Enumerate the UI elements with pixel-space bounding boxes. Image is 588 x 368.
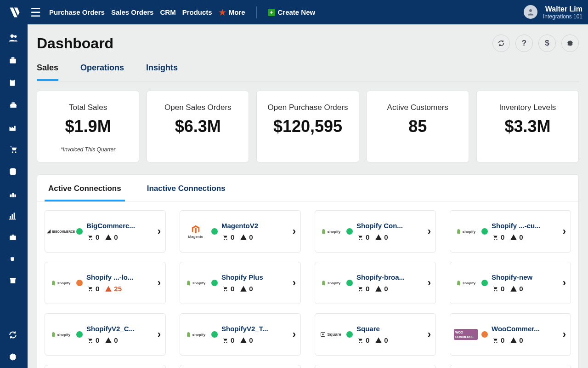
connection-logo: shopify xyxy=(454,228,478,235)
sidebar-reports-icon[interactable] xyxy=(8,211,19,220)
connection-card[interactable]: newegg Newegg -NZ 0 0 › xyxy=(450,365,571,368)
warning-metric: 0 xyxy=(105,233,118,241)
warning-count: 0 xyxy=(249,336,253,344)
connection-metrics: 0 25 xyxy=(86,285,154,293)
stat-card[interactable]: Inventory Levels $3.3M xyxy=(476,91,579,162)
stat-value: $120,595 xyxy=(273,117,342,136)
connection-logo: shopify xyxy=(184,280,208,286)
nav-more[interactable]: ★ More xyxy=(219,7,245,17)
nav-purchase-orders[interactable]: Purchase Orders xyxy=(49,8,105,16)
sidebar-orders-icon[interactable] xyxy=(8,78,19,88)
cart-icon xyxy=(356,234,364,241)
connection-metrics: 0 0 xyxy=(221,285,289,293)
app-logo[interactable] xyxy=(6,3,24,22)
sidebar-refresh-icon[interactable] xyxy=(8,330,19,339)
status-dot xyxy=(481,331,488,338)
svg-point-1 xyxy=(11,34,14,38)
status-dot xyxy=(211,228,218,235)
connection-card[interactable]: shopify Shopify ...-lo... 0 25 › xyxy=(45,262,166,304)
user-avatar[interactable] xyxy=(524,5,537,19)
stat-card[interactable]: Open Purchase Orders $120,595 xyxy=(256,91,359,162)
svg-point-47 xyxy=(494,341,495,342)
connection-card[interactable]: shopify ShopifyV2_T... 0 0 › xyxy=(180,313,301,356)
status-dot xyxy=(481,228,488,235)
connection-name: ShopifyV2_T... xyxy=(221,325,289,333)
svg-point-31 xyxy=(89,290,90,291)
page-actions: ? $ xyxy=(492,34,579,52)
stat-value: $3.3M xyxy=(504,117,550,136)
svg-rect-4 xyxy=(11,57,15,58)
tab-insights[interactable]: Insights xyxy=(146,60,178,81)
sidebar-cart-icon[interactable] xyxy=(8,145,19,154)
connection-card[interactable]: shopify Shopify-new 0 0 › xyxy=(450,262,571,304)
connection-card[interactable]: amazon Amazon Sell... 0 0 › xyxy=(45,365,166,368)
warning-icon xyxy=(375,337,382,344)
stat-value: 85 xyxy=(408,117,427,136)
refresh-button[interactable] xyxy=(492,34,510,52)
stat-card[interactable]: Active Customers 85 xyxy=(367,91,469,162)
connection-card[interactable]: shopify Shopify Plus 0 0 › xyxy=(180,262,301,304)
sidebar-warehouse-icon[interactable] xyxy=(8,189,19,198)
menu-toggle-button[interactable]: ☰ xyxy=(30,6,41,18)
sidebar-settings-icon[interactable] xyxy=(8,352,19,362)
cart-icon xyxy=(86,337,94,344)
sidebar-finance-icon[interactable] xyxy=(8,167,19,176)
connections-tabs: Active Connections Inactive Connections xyxy=(37,180,578,202)
connection-card[interactable]: Square Square 0 0 › xyxy=(315,313,436,356)
cart-icon xyxy=(221,337,229,344)
settings-button[interactable] xyxy=(561,34,579,52)
connection-card[interactable]: Magento MagentoV2 0 0 › xyxy=(180,210,301,253)
connection-card[interactable]: shopify Shopify-broa... 0 0 › xyxy=(315,262,436,304)
warning-metric: 25 xyxy=(105,285,122,293)
svg-point-41 xyxy=(224,341,225,342)
stat-value: $1.9M xyxy=(65,117,111,136)
connection-card[interactable]: shopify Shopify ...-cu... 0 0 › xyxy=(450,210,571,253)
cart-icon xyxy=(492,286,499,292)
star-icon: ★ xyxy=(219,7,226,17)
dashboard-tabs: Sales Operations Insights xyxy=(37,60,579,81)
connection-card[interactable]: shopify Shopify Con... 0 0 › xyxy=(315,210,436,253)
connection-name: Square xyxy=(356,325,424,333)
warning-metric: 0 xyxy=(240,336,253,344)
connection-card[interactable]: shopify ShopifyV2_C... 0 0 › xyxy=(45,313,166,356)
connection-card[interactable]: ebay eBay 2 0 0 › xyxy=(180,365,301,368)
warning-icon xyxy=(510,337,517,344)
svg-point-39 xyxy=(89,341,90,342)
tab-inactive-connections[interactable]: Inactive Connections xyxy=(143,180,229,201)
stat-card[interactable]: Open Sales Orders $6.3M xyxy=(147,91,249,162)
sidebar-manufacturing-icon[interactable] xyxy=(8,123,19,132)
pricing-button[interactable]: $ xyxy=(538,34,556,52)
tab-operations[interactable]: Operations xyxy=(80,60,124,81)
warning-icon xyxy=(510,286,517,292)
connection-card[interactable]: Etsy Etsy 0 0 › xyxy=(315,365,436,368)
cart-metric: 0 xyxy=(86,233,99,241)
connection-metrics: 0 0 xyxy=(492,285,559,293)
warning-icon xyxy=(105,234,112,241)
sidebar-store-icon[interactable] xyxy=(8,276,19,285)
sidebar-inventory-icon[interactable] xyxy=(8,56,19,65)
cart-metric: 0 xyxy=(492,336,504,344)
nav-crm[interactable]: CRM xyxy=(160,8,175,16)
sidebar-customers-icon[interactable] xyxy=(8,33,19,43)
sidebar-briefcase-icon[interactable] xyxy=(8,233,19,242)
warning-count: 0 xyxy=(519,336,523,344)
sidebar-integrations-icon[interactable] xyxy=(8,254,19,264)
warning-icon xyxy=(105,286,112,292)
nav-products[interactable]: Products xyxy=(182,8,212,16)
stat-cards: Total Sales $1.9M *Invoiced This Quarter… xyxy=(37,91,579,162)
create-new-button[interactable]: + Create New xyxy=(268,8,316,16)
help-button[interactable]: ? xyxy=(515,34,533,52)
cart-metric: 0 xyxy=(356,233,369,241)
nav-sales-orders[interactable]: Sales Orders xyxy=(111,8,154,16)
sidebar-shipping-icon[interactable] xyxy=(8,101,19,110)
nav-divider xyxy=(256,6,257,18)
stat-card[interactable]: Total Sales $1.9M *Invoiced This Quarter xyxy=(37,91,139,162)
user-block[interactable]: Walter Lim Integrations 101 xyxy=(543,5,582,20)
dollar-icon: $ xyxy=(545,39,549,48)
tab-active-connections[interactable]: Active Connections xyxy=(45,180,125,201)
svg-point-38 xyxy=(496,290,497,291)
tab-sales[interactable]: Sales xyxy=(37,60,58,81)
connection-card[interactable]: BIGCOMMERCE BigCommerc... 0 0 › xyxy=(45,210,166,253)
connection-card[interactable]: WOO COMMERCE WooCommer... 0 0 › xyxy=(450,313,571,356)
stat-value: $6.3M xyxy=(175,117,221,136)
